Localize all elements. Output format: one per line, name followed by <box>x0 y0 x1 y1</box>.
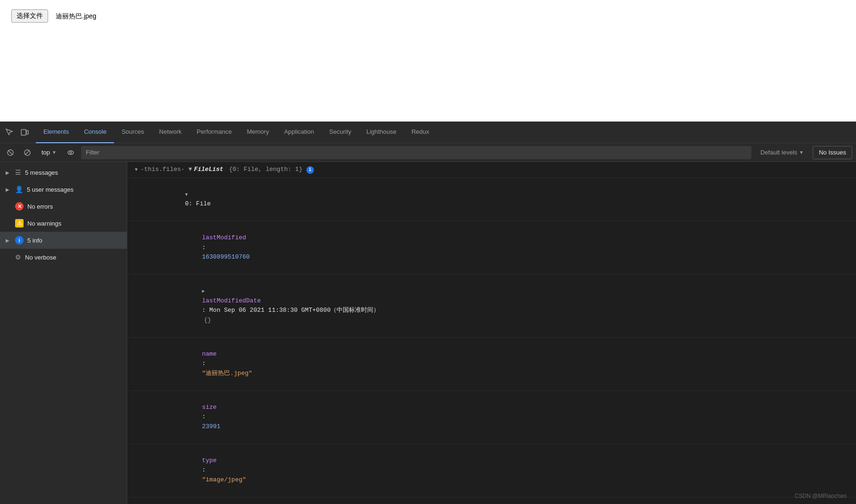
warning-icon: ⚠ <box>15 219 24 228</box>
console-sidebar: ▶ ☰ 5 messages ▶ 👤 5 user messages ▶ ✕ N… <box>0 162 127 504</box>
tab-elements[interactable]: Elements <box>36 122 76 143</box>
devtools-panel: Elements Console Sources Network Perform… <box>0 122 856 504</box>
svg-rect-0 <box>21 130 26 135</box>
tab-lighthouse[interactable]: Lighthouse <box>359 122 404 143</box>
choose-file-button[interactable]: 选择文件 <box>11 9 48 23</box>
console-line-webkit: webkitRelativePath : "" <box>127 497 856 504</box>
levels-dropdown[interactable]: Default levels ▼ <box>755 146 809 159</box>
page-area: 选择文件 迪丽热巴.jpeg <box>0 0 856 122</box>
console-line-lastmodifieddate: ▶ lastModifiedDate : Mon Sep 06 2021 11:… <box>127 275 856 338</box>
svg-point-6 <box>68 151 74 154</box>
console-line-name: name : "迪丽热巴.jpeg" <box>127 338 856 391</box>
sidebar-item-info[interactable]: ▶ i 5 info <box>0 232 127 249</box>
context-selector[interactable]: top ▼ <box>38 146 60 159</box>
tab-memory[interactable]: Memory <box>239 122 277 143</box>
tab-security[interactable]: Security <box>321 122 359 143</box>
error-icon: ✕ <box>15 202 24 211</box>
console-line-lastmodified: lastModified : 1630899510760 <box>127 221 856 275</box>
tab-redux[interactable]: Redux <box>404 122 437 143</box>
sidebar-item-messages[interactable]: ▶ ☰ 5 messages <box>0 164 127 181</box>
devtools-main-content: ▶ ☰ 5 messages ▶ 👤 5 user messages ▶ ✕ N… <box>0 162 856 504</box>
clear-console-icon[interactable] <box>4 146 17 159</box>
info-icon-badge: i <box>15 236 24 244</box>
console-toolbar: top ▼ Default levels ▼ No Issues <box>0 143 856 162</box>
console-output: ▼ -this.files- ▼ FileList {0: File, leng… <box>127 162 856 504</box>
inspect-icon[interactable] <box>4 127 15 138</box>
svg-line-5 <box>25 151 29 154</box>
tab-network[interactable]: Network <box>152 122 189 143</box>
block-icon[interactable] <box>21 146 34 159</box>
verbose-icon: ⚙ <box>15 253 21 261</box>
info-badge: i <box>306 166 314 174</box>
svg-line-3 <box>8 151 12 154</box>
console-line-type: type : "image/jpeg" <box>127 444 856 497</box>
svg-rect-1 <box>26 130 28 134</box>
tab-application[interactable]: Application <box>277 122 322 143</box>
devtools-tab-bar: Elements Console Sources Network Perform… <box>0 122 856 143</box>
expand-triangle-filelist[interactable]: ▼ <box>135 166 138 174</box>
expand-arrow-user-messages: ▶ <box>6 187 11 192</box>
messages-list-icon: ☰ <box>15 169 21 176</box>
sidebar-item-user-messages[interactable]: ▶ 👤 5 user messages <box>0 181 127 198</box>
console-line-file-0: ▼ 0: File <box>127 178 856 221</box>
expand-arrow-info: ▶ <box>6 238 11 243</box>
tab-console[interactable]: Console <box>76 122 114 143</box>
sidebar-item-warnings[interactable]: ▶ ⚠ No warnings <box>0 215 127 232</box>
filter-input[interactable] <box>81 146 751 159</box>
file-name-display: 迪丽热巴.jpeg <box>56 9 96 23</box>
user-icon: 👤 <box>15 186 23 193</box>
sidebar-item-verbose[interactable]: ▶ ⚙ No verbose <box>0 249 127 266</box>
expand-arrow-messages: ▶ <box>6 170 11 175</box>
tab-sources[interactable]: Sources <box>114 122 152 143</box>
eye-icon[interactable] <box>64 146 77 159</box>
sidebar-item-errors[interactable]: ▶ ✕ No errors <box>0 198 127 215</box>
console-line-filelist: ▼ -this.files- ▼ FileList {0: File, leng… <box>127 162 856 178</box>
svg-point-7 <box>70 152 72 154</box>
device-toggle-icon[interactable] <box>19 127 30 138</box>
no-issues-button[interactable]: No Issues <box>813 146 852 159</box>
console-line-size: size : 23991 <box>127 391 856 444</box>
tab-performance[interactable]: Performance <box>189 122 239 143</box>
devtools-toolbar-icons <box>4 127 30 138</box>
watermark: CSDN @MRlaochen <box>795 493 847 499</box>
